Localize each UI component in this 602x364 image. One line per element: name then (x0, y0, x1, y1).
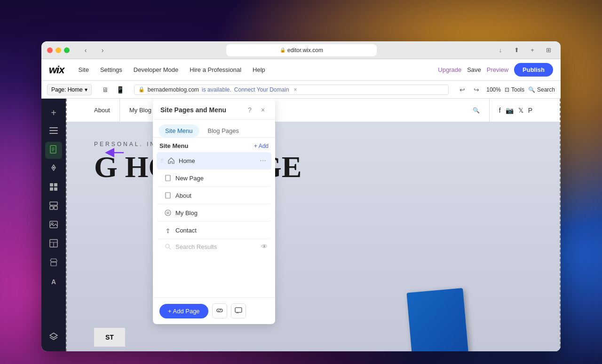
page-item-blog[interactable]: My Blog ··· (157, 204, 271, 222)
save-button[interactable]: Save (467, 66, 481, 73)
modal-close-button[interactable]: × (258, 105, 268, 115)
publish-button[interactable]: Publish (514, 63, 553, 77)
left-sidebar: + (41, 99, 66, 351)
canvas-border-right (559, 99, 561, 351)
page-more-button-home[interactable]: ··· (258, 156, 268, 165)
canvas-area: About My Blog Contact Search... 🔍 f 📷 𝕏 … (66, 99, 561, 351)
preview-button[interactable]: Preview (487, 66, 508, 73)
add-icon: + (51, 108, 56, 118)
svg-rect-1 (49, 130, 58, 131)
new-tab-icon[interactable]: + (526, 44, 539, 57)
back-button[interactable]: ‹ (79, 44, 92, 57)
svg-rect-10 (50, 187, 53, 191)
instagram-icon[interactable]: 📷 (506, 107, 514, 114)
modal-tabs: Site Menu Blog Pages (153, 120, 275, 138)
modal-title: Site Pages and Menu (160, 106, 226, 114)
upgrade-button[interactable]: Upgrade (438, 66, 461, 73)
sidebar-design-button[interactable] (45, 161, 62, 178)
svg-rect-20 (51, 262, 56, 266)
tab-blog-pages[interactable]: Blog Pages (201, 124, 246, 137)
svg-rect-22 (166, 193, 170, 198)
link-settings-button[interactable] (212, 303, 227, 318)
search-label: Search (537, 86, 555, 93)
modal-section-title: Site Menu (159, 142, 188, 149)
home-page-icon (167, 157, 175, 164)
menu-icon (49, 127, 58, 136)
svg-rect-0 (49, 127, 58, 128)
page-item-contact[interactable]: Contact ··· (157, 222, 271, 239)
nav-help[interactable]: Help (248, 64, 270, 75)
modal-footer: + Add Page (153, 297, 275, 324)
modal-header: Site Pages and Menu ? × (153, 99, 275, 120)
desktop-device-icon[interactable]: 🖥 (99, 84, 111, 96)
sidebar-layers-button[interactable] (45, 329, 62, 346)
svg-rect-8 (50, 183, 53, 186)
add-page-button[interactable]: + Add Page (159, 304, 208, 318)
nav-hire-professional[interactable]: Hire a Professional (185, 64, 246, 75)
grid-icon[interactable]: ⊞ (542, 44, 555, 57)
link-icon (216, 307, 223, 316)
sidebar-add-button[interactable]: + (45, 104, 62, 121)
device-buttons: 🖥 📱 (99, 84, 127, 96)
svg-point-25 (167, 232, 169, 233)
undo-button[interactable]: ↩ (456, 84, 468, 96)
modal-add-button[interactable]: + Add (254, 143, 269, 149)
subtoolbar-right: ↩ ↪ 100% ⊡ Tools 🔍 Search (456, 84, 555, 96)
undo-redo-controls: ↩ ↪ (456, 84, 483, 96)
forward-button[interactable]: › (96, 44, 109, 57)
pages-list: ⠿ Home ··· (153, 152, 275, 297)
wix-toolbar: wix Site Settings Developer Mode Hire a … (41, 59, 561, 81)
pinterest-icon[interactable]: P (528, 107, 532, 114)
sidebar-pages-button[interactable] (45, 142, 62, 159)
modal-section-header: Site Menu + Add (153, 138, 275, 152)
website-hero: PERSONAL. INCLUDING THIS BLOG. G HOMEPAG… (66, 122, 561, 351)
redo-button[interactable]: ↪ (470, 84, 483, 96)
connect-domain-link[interactable]: Connect Your Domain (234, 86, 289, 93)
modal-help-button[interactable]: ? (245, 105, 254, 115)
blocks-icon (49, 201, 58, 212)
svg-rect-9 (54, 183, 57, 186)
tab-site-menu[interactable]: Site Menu (158, 124, 199, 137)
search-results-page-name: Search Results (175, 243, 217, 250)
close-traffic-light[interactable] (47, 47, 53, 53)
sidebar-table-button[interactable] (45, 236, 62, 253)
download-icon[interactable]: ↓ (494, 44, 507, 57)
page-item-search-results[interactable]: Search Results 👁 (157, 239, 271, 254)
page-item-about[interactable]: About ··· (157, 187, 271, 204)
nav-developer-mode[interactable]: Developer Mode (129, 64, 183, 75)
domain-close-icon[interactable]: × (294, 86, 297, 93)
mobile-device-icon[interactable]: 📱 (114, 84, 127, 96)
nav-settings[interactable]: Settings (95, 64, 127, 75)
sidebar-menu-button[interactable] (45, 123, 62, 140)
minimize-traffic-light[interactable] (55, 47, 61, 53)
share-icon[interactable]: ⬆ (510, 44, 523, 57)
sidebar-market-button[interactable]: A (45, 273, 62, 290)
modal-header-icons: ? × (245, 105, 268, 115)
page-selector[interactable]: Page: Home ▾ (47, 84, 92, 95)
twitter-icon[interactable]: 𝕏 (518, 107, 523, 114)
fullscreen-traffic-light[interactable] (64, 47, 70, 53)
page-name-new: New Page (175, 175, 254, 182)
website-content: About My Blog Contact Search... 🔍 f 📷 𝕏 … (66, 99, 561, 351)
facebook-icon[interactable]: f (499, 107, 501, 114)
nav-site[interactable]: Site (73, 64, 93, 75)
address-bar[interactable]: 🔒 editor.wix.com (226, 44, 377, 56)
eye-icon[interactable]: 👁 (261, 243, 268, 250)
chat-icon (235, 307, 242, 316)
page-item-home[interactable]: ⠿ Home ··· (157, 152, 271, 170)
tools-button[interactable]: ⊡ Tools (505, 86, 524, 93)
search-button[interactable]: 🔍 Search (528, 86, 555, 93)
website-nav-about[interactable]: About (85, 99, 120, 122)
sidebar-store-button[interactable] (45, 255, 62, 271)
domain-name[interactable]: bernademoblog.com (148, 86, 199, 93)
wix-subtoolbar: Page: Home ▾ 🖥 📱 🔒 bernademoblog.com is … (41, 81, 561, 99)
chat-settings-button[interactable] (231, 303, 246, 318)
sidebar-blocks-button[interactable] (45, 198, 62, 215)
sidebar-apps-button[interactable] (45, 179, 62, 196)
page-item-new[interactable]: New Page ··· (157, 170, 271, 187)
domain-available-text: is available. (202, 86, 231, 93)
search-results-page-icon (164, 243, 172, 250)
sidebar-media-button[interactable] (45, 217, 62, 234)
drag-handle-icon: ⠿ (160, 158, 164, 163)
zoom-display: 100% (486, 86, 501, 93)
